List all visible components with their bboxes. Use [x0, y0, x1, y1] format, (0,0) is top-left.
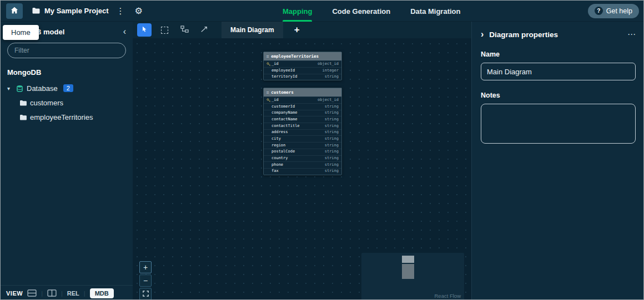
- tab-mapping[interactable]: Mapping: [283, 1, 312, 22]
- field-name: region: [271, 144, 285, 148]
- entity-header[interactable]: ∷customers: [264, 88, 341, 96]
- split-horizontal-view-icon[interactable]: [27, 289, 37, 297]
- help-icon: ?: [595, 7, 603, 15]
- minimap[interactable]: React Flow: [361, 253, 464, 300]
- home-button[interactable]: [6, 3, 23, 19]
- split-vertical-view-icon[interactable]: [47, 289, 57, 297]
- diagram-notes-textarea[interactable]: [481, 104, 636, 144]
- folder-icon: [19, 100, 27, 106]
- project-breadcrumb[interactable]: My Sample Project: [32, 6, 109, 16]
- minimap-entity-header: [402, 256, 414, 263]
- caret-down-icon[interactable]: ▾: [7, 85, 13, 91]
- lasso-icon: [161, 27, 168, 34]
- entity-field[interactable]: employeeIdinteger: [264, 67, 341, 74]
- hierarchy-tool-button[interactable]: [177, 23, 192, 37]
- canvas-toolbar: Main Diagram +: [133, 22, 471, 38]
- field-type: string: [325, 156, 339, 161]
- fit-view-button[interactable]: [139, 288, 152, 300]
- entity-header[interactable]: ∷employeeTerritories: [264, 52, 341, 60]
- properties-title: Diagram properties: [489, 30, 558, 39]
- entity-field[interactable]: contactNamestring: [264, 116, 341, 123]
- field-name: phone: [271, 163, 283, 167]
- relationship-arrow-icon: [200, 25, 208, 35]
- select-tool-button[interactable]: [137, 23, 152, 37]
- tab-data-migration[interactable]: Data Migration: [410, 1, 460, 22]
- view-label: VIEW: [6, 290, 23, 297]
- collapse-panel-icon[interactable]: ‹: [123, 27, 126, 36]
- diagram-properties-panel: › Diagram properties ⋯ Name Notes: [471, 22, 644, 300]
- tree-node-label: Database: [27, 84, 58, 93]
- react-flow-attribution: React Flow: [434, 293, 461, 299]
- entity-employeeTerritories[interactable]: ∷employeeTerritories_idobject_idemployee…: [263, 52, 342, 80]
- entity-field[interactable]: _idobject_id: [264, 96, 341, 103]
- entity-field[interactable]: companyNamestring: [264, 110, 341, 116]
- field-name: employeeId: [271, 69, 295, 73]
- add-diagram-button[interactable]: +: [289, 24, 305, 35]
- get-help-button[interactable]: ? Get help: [588, 4, 639, 18]
- sidebar-item-customers[interactable]: customers: [1, 95, 133, 110]
- field-name: customerId: [271, 105, 295, 109]
- get-help-label: Get help: [606, 7, 632, 15]
- entity-field[interactable]: countrystring: [264, 155, 341, 162]
- field-name: _id: [271, 62, 279, 67]
- field-name: territoryId: [271, 75, 297, 79]
- field-type: string: [325, 144, 339, 148]
- diagram-tab-main[interactable]: Main Diagram: [222, 22, 283, 38]
- entity-field[interactable]: citystring: [264, 135, 341, 142]
- minimap-entity-body: [402, 264, 414, 279]
- view-switcher: VIEW | | REL | MDB: [1, 285, 133, 300]
- model-sidebar: MongoDB model ‹ MongoDB ▾ Database 2 cus…: [1, 22, 133, 300]
- field-type: string: [325, 169, 339, 174]
- filter-input[interactable]: [7, 43, 126, 58]
- hierarchy-icon: [180, 25, 189, 35]
- home-icon: [11, 6, 18, 16]
- field-name: address: [271, 130, 288, 135]
- entity-field[interactable]: _idobject_id: [264, 60, 341, 67]
- zoom-in-button[interactable]: +: [139, 261, 152, 273]
- properties-menu-icon[interactable]: ⋯: [627, 29, 636, 39]
- zoom-out-button[interactable]: −: [139, 274, 152, 287]
- home-tooltip: Home: [3, 25, 39, 40]
- field-type: string: [325, 105, 339, 109]
- pointer-icon: [141, 25, 148, 35]
- entity-customers[interactable]: ∷customers_idobject_idcustomerIdstringco…: [263, 88, 342, 175]
- settings-gear-icon[interactable]: ⚙: [133, 6, 145, 16]
- entity-field[interactable]: regionstring: [264, 142, 341, 149]
- kebab-menu-icon[interactable]: ⋮: [114, 6, 127, 16]
- entity-field[interactable]: addressstring: [264, 129, 341, 136]
- app-window: My Sample Project ⋮ ⚙ Mapping Code Gener…: [0, 0, 644, 300]
- field-type: object_id: [318, 62, 339, 67]
- sidebar-item-employeeTerritories[interactable]: employeeTerritories: [1, 110, 133, 124]
- tree-children: customersemployeeTerritories: [1, 95, 133, 124]
- entity-field[interactable]: phonestring: [264, 161, 341, 168]
- diagram-name-input[interactable]: [481, 63, 636, 80]
- folder-icon: [32, 6, 40, 16]
- field-name: city: [271, 137, 281, 141]
- field-type: string: [325, 124, 339, 129]
- entity-field[interactable]: contactTitlestring: [264, 123, 341, 129]
- entity-field[interactable]: customerIdstring: [264, 103, 341, 110]
- tree-item-label: employeeTerritories: [30, 113, 93, 121]
- diagram-canvas[interactable]: Main Diagram + ∷employeeTerritories_idob…: [133, 22, 471, 300]
- field-type: string: [325, 75, 339, 79]
- properties-header: › Diagram properties ⋯: [481, 29, 636, 39]
- tree-node-database[interactable]: ▾ Database 2: [1, 81, 133, 95]
- drag-handle-icon: ∷: [266, 54, 269, 59]
- relationship-tool-button[interactable]: [197, 23, 212, 37]
- primary-key-icon: [266, 62, 271, 67]
- lasso-select-tool-button[interactable]: [157, 23, 172, 37]
- view-rel-button[interactable]: REL: [67, 290, 79, 297]
- tree-item-label: customers: [30, 99, 63, 107]
- name-label: Name: [481, 50, 636, 58]
- view-mdb-button[interactable]: MDB: [90, 288, 114, 298]
- database-icon: [16, 85, 23, 92]
- entity-field[interactable]: postalCodestring: [264, 149, 341, 155]
- field-type: string: [325, 130, 339, 135]
- entity-title: employeeTerritories: [271, 54, 319, 59]
- fit-view-icon: [143, 289, 149, 298]
- folder-icon: [19, 114, 27, 120]
- entity-field[interactable]: faxstring: [264, 168, 341, 175]
- tab-code-generation[interactable]: Code Generation: [332, 1, 390, 22]
- collapse-properties-icon[interactable]: ›: [481, 30, 484, 39]
- entity-field[interactable]: territoryIdstring: [264, 74, 341, 80]
